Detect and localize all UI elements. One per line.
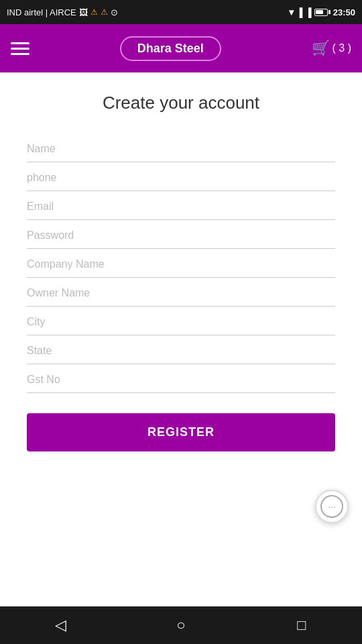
- state-input[interactable]: [27, 335, 335, 364]
- gst-field-group: [27, 364, 335, 393]
- signal-icon-2: ▐: [306, 7, 312, 17]
- recents-icon: □: [297, 616, 306, 634]
- time-display: 23:50: [333, 7, 355, 17]
- bottom-navigation: ◁ ○ □: [0, 606, 362, 644]
- register-button[interactable]: REGISTER: [27, 413, 335, 451]
- logo-container: Dhara Steel: [120, 36, 221, 61]
- phone-field-group: [27, 162, 335, 191]
- wifi-icon: ▾: [289, 7, 294, 17]
- company-name-input[interactable]: [27, 249, 335, 277]
- battery-icon: [314, 9, 330, 16]
- city-input[interactable]: [27, 307, 335, 335]
- location-icon: ⊙: [111, 7, 118, 17]
- back-icon: ◁: [55, 616, 66, 634]
- owner-name-field-group: [27, 278, 335, 307]
- menu-button[interactable]: [11, 42, 29, 55]
- name-field-group: [27, 133, 335, 162]
- chat-float-button[interactable]: ···: [315, 490, 349, 523]
- status-right: ▾ ▐ ▐ 23:50: [289, 7, 355, 17]
- state-field-group: [27, 335, 335, 364]
- owner-name-input[interactable]: [27, 278, 335, 306]
- home-button[interactable]: ○: [168, 612, 194, 639]
- email-input[interactable]: [27, 191, 335, 219]
- main-content: Create your account REGISTER: [0, 72, 362, 465]
- cart-icon: 🛒: [312, 40, 330, 57]
- name-input[interactable]: [27, 133, 335, 162]
- back-button[interactable]: ◁: [47, 612, 74, 639]
- cart-count: ( 3 ): [333, 42, 351, 54]
- chat-icon: ···: [328, 501, 336, 512]
- carrier-text: IND airtel | AIRCE: [7, 7, 76, 17]
- page-title: Create your account: [27, 93, 335, 113]
- city-field-group: [27, 307, 335, 335]
- warning-icon-1: ⚠: [90, 7, 98, 17]
- photo-icon: 🖼: [79, 7, 88, 17]
- phone-input[interactable]: [27, 162, 335, 191]
- home-icon: ○: [176, 616, 185, 634]
- app-header: Dhara Steel 🛒 ( 3 ): [0, 24, 362, 72]
- chat-float-inner: ···: [320, 495, 343, 518]
- company-name-field-group: [27, 249, 335, 278]
- email-field-group: [27, 191, 335, 220]
- status-bar: IND airtel | AIRCE 🖼 ⚠ ⚠ ⊙ ▾ ▐ ▐ 23:50: [0, 0, 362, 24]
- cart-button[interactable]: 🛒 ( 3 ): [312, 40, 351, 57]
- password-field-group: [27, 220, 335, 249]
- status-left: IND airtel | AIRCE 🖼 ⚠ ⚠ ⊙: [7, 7, 118, 17]
- warning-icon-2: ⚠: [101, 7, 108, 17]
- app-logo: Dhara Steel: [137, 42, 204, 55]
- gst-input[interactable]: [27, 364, 335, 392]
- password-input[interactable]: [27, 220, 335, 248]
- signal-icon-1: ▐: [296, 7, 302, 17]
- recents-button[interactable]: □: [288, 612, 315, 639]
